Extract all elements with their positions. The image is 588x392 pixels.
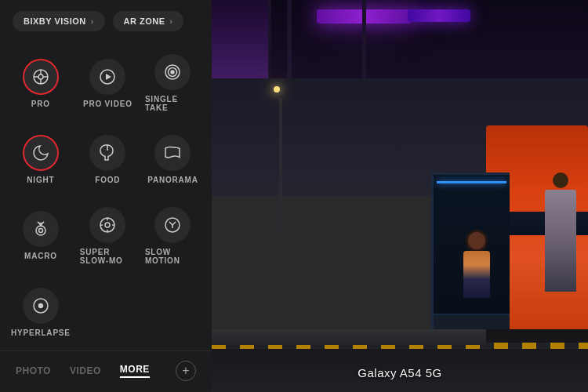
mode-food[interactable]: FOOD — [77, 125, 139, 194]
mode-night[interactable]: NIGHT — [8, 125, 74, 194]
svg-point-23 — [38, 303, 42, 307]
mode-panorama[interactable]: PANORAMA — [142, 125, 204, 194]
hyperlapse-icon — [31, 296, 50, 315]
mode-pro[interactable]: PRO — [8, 44, 74, 122]
bixby-chevron-icon: › — [91, 17, 94, 26]
mode-slow-motion[interactable]: SLOW MOTION — [142, 197, 204, 274]
photo-preview: Galaxy A54 5G — [212, 0, 588, 392]
person-2 — [541, 172, 580, 314]
food-icon-wrap — [89, 135, 125, 171]
pro-video-icon-wrap — [89, 59, 125, 95]
nav-video[interactable]: VIDEO — [70, 365, 101, 376]
person-head — [468, 232, 485, 249]
macro-icon — [31, 220, 50, 238]
slow-motion-icon — [163, 216, 182, 234]
panorama-icon — [163, 143, 182, 162]
bottom-nav: PHOTO VIDEO MORE + — [0, 350, 212, 392]
ar-zone-button[interactable]: AR ZONE › — [113, 11, 184, 31]
hyperlapse-icon-wrap — [23, 288, 59, 324]
super-slow-mo-icon — [98, 216, 117, 234]
svg-point-15 — [105, 223, 110, 227]
svg-point-12 — [36, 226, 45, 235]
top-buttons-row: BIXBY VISION › AR ZONE › — [0, 0, 212, 39]
mode-single-take[interactable]: SINGLE TAKE — [142, 44, 204, 122]
macro-label: MACRO — [24, 252, 57, 260]
bus-platform — [212, 329, 486, 345]
mode-super-slow-mo[interactable]: SUPER SLOW-MO — [77, 197, 139, 274]
mode-macro[interactable]: MACRO — [8, 197, 74, 274]
aperture-icon — [31, 67, 50, 86]
person-body — [463, 251, 490, 298]
add-mode-button[interactable]: + — [176, 361, 196, 381]
svg-marker-7 — [106, 74, 111, 80]
photo-scene: Galaxy A54 5G — [212, 0, 588, 392]
bus-door-light — [437, 181, 506, 183]
camera-mode-panel: BIXBY VISION › AR ZONE › PRO — [0, 0, 212, 392]
food-label: FOOD — [95, 176, 120, 184]
bixby-vision-label: BIXBY VISION — [24, 16, 86, 26]
nav-more[interactable]: MORE — [120, 364, 150, 378]
food-icon — [98, 143, 117, 162]
watermark: Galaxy A54 5G — [358, 366, 441, 379]
moon-icon — [31, 143, 50, 162]
bixby-vision-button[interactable]: BIXBY VISION › — [13, 11, 105, 31]
panorama-label: PANORAMA — [147, 176, 198, 184]
svg-point-13 — [38, 229, 42, 233]
super-slow-mo-icon-wrap — [89, 207, 125, 243]
pro-video-icon — [98, 67, 117, 86]
super-slow-mo-label: SUPER SLOW-MO — [80, 248, 136, 265]
night-label: NIGHT — [27, 176, 54, 184]
lamp-pole — [279, 98, 282, 235]
single-take-icon — [163, 63, 182, 82]
purple-neon-light-2 — [408, 9, 470, 22]
hyperlapse-label: HYPERLAPSE — [11, 328, 71, 337]
mode-pro-video[interactable]: PRO VIDEO — [77, 44, 139, 122]
pro-icon-wrap — [23, 59, 59, 95]
pro-label: PRO — [31, 100, 50, 108]
svg-point-9 — [171, 71, 174, 74]
mode-hyperlapse[interactable]: HYPERLAPSE — [8, 277, 74, 346]
ar-chevron-icon: › — [170, 17, 173, 26]
mode-grid: PRO PRO VIDEO SINGLE TAKE — [0, 39, 212, 350]
slow-motion-icon-wrap — [154, 207, 191, 243]
night-icon-wrap — [23, 135, 59, 171]
svg-point-1 — [38, 74, 43, 79]
nav-photo[interactable]: PHOTO — [16, 365, 51, 376]
panorama-icon-wrap — [154, 135, 191, 171]
person-figure — [463, 232, 490, 298]
single-take-icon-wrap — [154, 54, 191, 90]
single-take-label: SINGLE TAKE — [145, 95, 201, 112]
slow-motion-label: SLOW MOTION — [145, 248, 201, 265]
ar-zone-label: AR ZONE — [124, 16, 165, 26]
pro-video-label: PRO VIDEO — [83, 100, 132, 108]
macro-icon-wrap — [23, 211, 59, 247]
